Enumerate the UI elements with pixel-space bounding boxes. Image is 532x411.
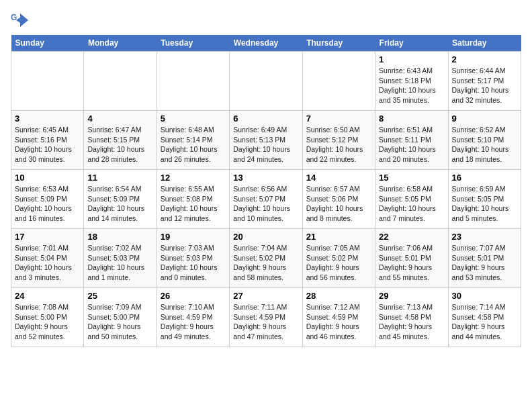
day-number: 29 bbox=[379, 291, 444, 301]
day-info: Sunrise: 7:11 AM Sunset: 4:59 PM Dayligh… bbox=[233, 302, 298, 342]
calendar-week: 3Sunrise: 6:45 AM Sunset: 5:16 PM Daylig… bbox=[11, 111, 521, 170]
day-info: Sunrise: 6:56 AM Sunset: 5:07 PM Dayligh… bbox=[233, 184, 298, 224]
day-header: Wednesday bbox=[230, 35, 302, 52]
calendar-day: 13Sunrise: 6:56 AM Sunset: 5:07 PM Dayli… bbox=[230, 170, 302, 229]
calendar-day: 11Sunrise: 6:54 AM Sunset: 5:09 PM Dayli… bbox=[84, 170, 157, 229]
calendar-day: 22Sunrise: 7:06 AM Sunset: 5:01 PM Dayli… bbox=[375, 229, 448, 288]
calendar-day: 7Sunrise: 6:50 AM Sunset: 5:12 PM Daylig… bbox=[302, 111, 375, 170]
day-header: Thursday bbox=[302, 35, 375, 52]
calendar-day: 18Sunrise: 7:02 AM Sunset: 5:03 PM Dayli… bbox=[84, 229, 157, 288]
day-number: 19 bbox=[161, 232, 226, 242]
day-number: 17 bbox=[15, 232, 80, 242]
calendar-day: 20Sunrise: 7:04 AM Sunset: 5:02 PM Dayli… bbox=[230, 229, 302, 288]
day-number: 26 bbox=[161, 291, 226, 301]
day-number: 15 bbox=[379, 173, 444, 183]
calendar-day: 15Sunrise: 6:58 AM Sunset: 5:05 PM Dayli… bbox=[375, 170, 448, 229]
calendar-day: 12Sunrise: 6:55 AM Sunset: 5:08 PM Dayli… bbox=[157, 170, 229, 229]
calendar-day: 30Sunrise: 7:14 AM Sunset: 4:58 PM Dayli… bbox=[448, 288, 521, 347]
day-info: Sunrise: 6:57 AM Sunset: 5:06 PM Dayligh… bbox=[306, 184, 371, 224]
day-info: Sunrise: 7:01 AM Sunset: 5:04 PM Dayligh… bbox=[15, 243, 80, 283]
calendar-day: 10Sunrise: 6:53 AM Sunset: 5:09 PM Dayli… bbox=[11, 170, 84, 229]
calendar-day bbox=[302, 52, 375, 111]
day-header: Sunday bbox=[11, 35, 84, 52]
calendar-week: 17Sunrise: 7:01 AM Sunset: 5:04 PM Dayli… bbox=[11, 229, 521, 288]
calendar-week: 24Sunrise: 7:08 AM Sunset: 5:00 PM Dayli… bbox=[11, 288, 521, 347]
day-info: Sunrise: 7:10 AM Sunset: 4:59 PM Dayligh… bbox=[161, 302, 226, 342]
calendar-day: 8Sunrise: 6:51 AM Sunset: 5:11 PM Daylig… bbox=[375, 111, 448, 170]
day-info: Sunrise: 7:06 AM Sunset: 5:01 PM Dayligh… bbox=[379, 243, 444, 283]
day-info: Sunrise: 6:47 AM Sunset: 5:15 PM Dayligh… bbox=[87, 125, 152, 165]
day-info: Sunrise: 7:12 AM Sunset: 4:59 PM Dayligh… bbox=[306, 302, 371, 342]
page-header: G bbox=[11, 11, 521, 30]
calendar-day: 28Sunrise: 7:12 AM Sunset: 4:59 PM Dayli… bbox=[302, 288, 375, 347]
day-info: Sunrise: 6:55 AM Sunset: 5:08 PM Dayligh… bbox=[161, 184, 226, 224]
day-number: 8 bbox=[379, 113, 444, 124]
day-info: Sunrise: 7:14 AM Sunset: 4:58 PM Dayligh… bbox=[452, 302, 517, 342]
day-info: Sunrise: 7:05 AM Sunset: 5:02 PM Dayligh… bbox=[306, 243, 371, 283]
day-info: Sunrise: 7:03 AM Sunset: 5:03 PM Dayligh… bbox=[161, 243, 226, 283]
calendar-day bbox=[84, 52, 157, 111]
day-number: 25 bbox=[87, 291, 152, 301]
day-number: 4 bbox=[87, 113, 152, 124]
calendar-day: 1Sunrise: 6:43 AM Sunset: 5:18 PM Daylig… bbox=[375, 52, 448, 111]
calendar-day: 2Sunrise: 6:44 AM Sunset: 5:17 PM Daylig… bbox=[448, 52, 521, 111]
calendar-day: 5Sunrise: 6:48 AM Sunset: 5:14 PM Daylig… bbox=[157, 111, 229, 170]
day-number: 2 bbox=[452, 54, 517, 64]
calendar-day: 19Sunrise: 7:03 AM Sunset: 5:03 PM Dayli… bbox=[157, 229, 229, 288]
calendar-day: 3Sunrise: 6:45 AM Sunset: 5:16 PM Daylig… bbox=[11, 111, 84, 170]
logo: G bbox=[11, 11, 32, 30]
calendar-day: 24Sunrise: 7:08 AM Sunset: 5:00 PM Dayli… bbox=[11, 288, 84, 347]
day-info: Sunrise: 6:43 AM Sunset: 5:18 PM Dayligh… bbox=[379, 66, 444, 105]
calendar-day: 26Sunrise: 7:10 AM Sunset: 4:59 PM Dayli… bbox=[157, 288, 229, 347]
day-info: Sunrise: 6:52 AM Sunset: 5:10 PM Dayligh… bbox=[452, 125, 517, 165]
header-row: SundayMondayTuesdayWednesdayThursdayFrid… bbox=[11, 35, 521, 52]
day-info: Sunrise: 6:50 AM Sunset: 5:12 PM Dayligh… bbox=[306, 125, 371, 165]
day-number: 3 bbox=[15, 113, 80, 124]
day-info: Sunrise: 6:45 AM Sunset: 5:16 PM Dayligh… bbox=[15, 125, 80, 165]
calendar-day: 9Sunrise: 6:52 AM Sunset: 5:10 PM Daylig… bbox=[448, 111, 521, 170]
svg-marker-1 bbox=[16, 13, 28, 27]
day-number: 6 bbox=[233, 113, 298, 124]
day-info: Sunrise: 6:53 AM Sunset: 5:09 PM Dayligh… bbox=[15, 184, 80, 224]
day-info: Sunrise: 6:54 AM Sunset: 5:09 PM Dayligh… bbox=[87, 184, 152, 224]
day-info: Sunrise: 6:59 AM Sunset: 5:05 PM Dayligh… bbox=[452, 184, 517, 224]
day-number: 12 bbox=[161, 173, 226, 183]
day-header: Monday bbox=[84, 35, 157, 52]
day-number: 16 bbox=[452, 173, 517, 183]
day-info: Sunrise: 6:48 AM Sunset: 5:14 PM Dayligh… bbox=[161, 125, 226, 165]
calendar-day: 6Sunrise: 6:49 AM Sunset: 5:13 PM Daylig… bbox=[230, 111, 302, 170]
calendar-week: 10Sunrise: 6:53 AM Sunset: 5:09 PM Dayli… bbox=[11, 170, 521, 229]
calendar-day: 14Sunrise: 6:57 AM Sunset: 5:06 PM Dayli… bbox=[302, 170, 375, 229]
day-number: 1 bbox=[379, 54, 444, 64]
day-header: Saturday bbox=[448, 35, 521, 52]
logo-icon: G bbox=[11, 11, 30, 30]
calendar-day bbox=[11, 52, 84, 111]
calendar-day: 21Sunrise: 7:05 AM Sunset: 5:02 PM Dayli… bbox=[302, 229, 375, 288]
day-number: 13 bbox=[233, 173, 298, 183]
day-number: 27 bbox=[233, 291, 298, 301]
day-info: Sunrise: 6:44 AM Sunset: 5:17 PM Dayligh… bbox=[452, 66, 517, 105]
day-header: Friday bbox=[375, 35, 448, 52]
calendar-day: 27Sunrise: 7:11 AM Sunset: 4:59 PM Dayli… bbox=[230, 288, 302, 347]
svg-text:G: G bbox=[11, 13, 17, 22]
calendar-table: SundayMondayTuesdayWednesdayThursdayFrid… bbox=[11, 35, 521, 347]
day-number: 5 bbox=[161, 113, 226, 124]
day-number: 11 bbox=[87, 173, 152, 183]
day-number: 28 bbox=[306, 291, 371, 301]
day-number: 14 bbox=[306, 173, 371, 183]
calendar-day bbox=[157, 52, 229, 111]
day-number: 20 bbox=[233, 232, 298, 242]
day-number: 18 bbox=[87, 232, 152, 242]
day-info: Sunrise: 7:07 AM Sunset: 5:01 PM Dayligh… bbox=[452, 243, 517, 283]
day-info: Sunrise: 6:49 AM Sunset: 5:13 PM Dayligh… bbox=[233, 125, 298, 165]
day-number: 10 bbox=[15, 173, 80, 183]
day-number: 30 bbox=[452, 291, 517, 301]
day-number: 24 bbox=[15, 291, 80, 301]
calendar-week: 1Sunrise: 6:43 AM Sunset: 5:18 PM Daylig… bbox=[11, 52, 521, 111]
day-info: Sunrise: 7:13 AM Sunset: 4:58 PM Dayligh… bbox=[379, 302, 444, 342]
calendar-day: 29Sunrise: 7:13 AM Sunset: 4:58 PM Dayli… bbox=[375, 288, 448, 347]
day-info: Sunrise: 7:04 AM Sunset: 5:02 PM Dayligh… bbox=[233, 243, 298, 283]
day-number: 9 bbox=[452, 113, 517, 124]
day-info: Sunrise: 7:08 AM Sunset: 5:00 PM Dayligh… bbox=[15, 302, 80, 342]
day-info: Sunrise: 6:58 AM Sunset: 5:05 PM Dayligh… bbox=[379, 184, 444, 224]
